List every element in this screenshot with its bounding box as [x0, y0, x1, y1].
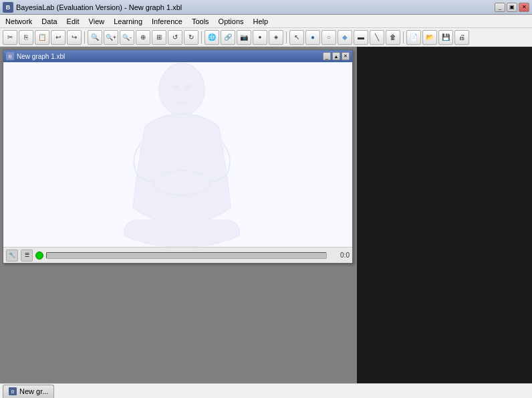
menu-view[interactable]: View: [85, 16, 109, 27]
graph-title-bar: B New graph 1.xbl _ ▲ ✕: [3, 50, 352, 62]
graph-minimize-button[interactable]: _: [323, 52, 331, 60]
menu-data[interactable]: Data: [37, 16, 61, 27]
graph-window-controls: _ ▲ ✕: [323, 52, 350, 60]
grid-button[interactable]: ⊞: [152, 30, 166, 45]
copy-button[interactable]: ⎘: [19, 30, 33, 45]
graph-progress-bar: [46, 252, 327, 259]
delete-button[interactable]: 🗑: [386, 30, 400, 45]
graph-tool-icon[interactable]: 🔧: [6, 250, 18, 262]
cut-button[interactable]: ✂: [3, 30, 17, 45]
link-button[interactable]: 🔗: [221, 30, 235, 45]
circle-button[interactable]: ○: [321, 30, 336, 45]
graph-close-button[interactable]: ✕: [342, 52, 350, 60]
menu-network[interactable]: Network: [1, 16, 36, 27]
paste-button[interactable]: 📋: [35, 30, 49, 45]
file-save-button[interactable]: 💾: [438, 30, 453, 45]
mdi-area: B New graph 1.xbl _ ▲ ✕: [0, 47, 357, 383]
graph-window: B New graph 1.xbl _ ▲ ✕: [3, 49, 353, 264]
img1-button[interactable]: ●: [253, 30, 267, 45]
menu-bar: Network Data Edit View Learning Inferenc…: [0, 15, 532, 28]
menu-help[interactable]: Help: [249, 16, 273, 27]
file-new-button[interactable]: 📄: [406, 30, 421, 45]
separator-4: [403, 31, 404, 43]
graph-coordinates: 0:0: [329, 252, 350, 259]
cursor-button[interactable]: ↖: [289, 30, 304, 45]
refresh2-button[interactable]: ↻: [184, 30, 198, 45]
graph-list-icon[interactable]: ☰: [21, 250, 33, 262]
img2-button[interactable]: ◈: [269, 30, 283, 45]
maximize-button[interactable]: ▣: [507, 3, 517, 12]
file-open-button[interactable]: 📂: [422, 30, 437, 45]
taskbar-tab[interactable]: B New gr...: [3, 385, 54, 398]
diamond-button[interactable]: ◆: [338, 30, 352, 45]
separator-1: [84, 31, 85, 43]
line-button[interactable]: ╲: [370, 30, 384, 45]
separator-2: [201, 31, 202, 43]
taskbar-tab-icon: B: [9, 387, 17, 395]
find-button[interactable]: 🔍: [88, 30, 102, 45]
graph-status-indicator: [35, 252, 43, 260]
print-button[interactable]: 🖨: [454, 30, 469, 45]
zoom-custom-button[interactable]: ⊕: [136, 30, 150, 45]
app-title: BayesiaLab (Evaluation Version) - New gr…: [16, 3, 182, 11]
graph-title: New graph 1.xbl: [17, 53, 65, 60]
app-icon: B: [3, 2, 13, 13]
graph-status-bar: 🔧 ☰ 0:0: [3, 247, 352, 263]
svg-point-3: [185, 84, 192, 89]
redo-button[interactable]: ↪: [67, 30, 82, 45]
rect-button[interactable]: ▬: [354, 30, 368, 45]
svg-point-2: [172, 84, 178, 89]
menu-edit[interactable]: Edit: [63, 16, 84, 27]
status-bar: B New gr...: [0, 383, 532, 398]
taskbar-tab-label: New gr...: [19, 387, 48, 395]
minimize-button[interactable]: _: [495, 3, 505, 12]
title-bar: B BayesiaLab (Evaluation Version) - New …: [0, 0, 532, 15]
web-button[interactable]: 🌐: [205, 30, 219, 45]
menu-learning[interactable]: Learning: [110, 16, 146, 27]
toolbar: ✂ ⎘ 📋 ↩ ↪ 🔍 🔍+ 🔍- ⊕ ⊞ ↺ ↻ 🌐 🔗 📷 ● ◈ ↖ ● …: [0, 28, 532, 47]
svg-point-0: [159, 64, 205, 116]
close-button[interactable]: ✕: [519, 3, 529, 12]
right-panel: [357, 47, 532, 383]
zoom-out-button[interactable]: 🔍-: [120, 30, 134, 45]
circle-filled-button[interactable]: ●: [305, 30, 320, 45]
graph-maximize-button[interactable]: ▲: [332, 52, 340, 60]
watermark: [3, 62, 352, 247]
menu-inference[interactable]: Inference: [148, 16, 186, 27]
undo-button[interactable]: ↩: [51, 30, 65, 45]
menu-options[interactable]: Options: [215, 16, 248, 27]
graph-icon: B: [6, 52, 14, 60]
capture-button[interactable]: 📷: [237, 30, 251, 45]
separator-3: [286, 31, 287, 43]
refresh-button[interactable]: ↺: [168, 30, 182, 45]
main-area: B New graph 1.xbl _ ▲ ✕: [0, 47, 532, 383]
graph-canvas[interactable]: [3, 62, 352, 247]
menu-tools[interactable]: Tools: [188, 16, 213, 27]
window-controls: _ ▣ ✕: [495, 3, 529, 12]
svg-point-1: [153, 171, 210, 195]
zoom-in-button[interactable]: 🔍+: [104, 30, 118, 45]
